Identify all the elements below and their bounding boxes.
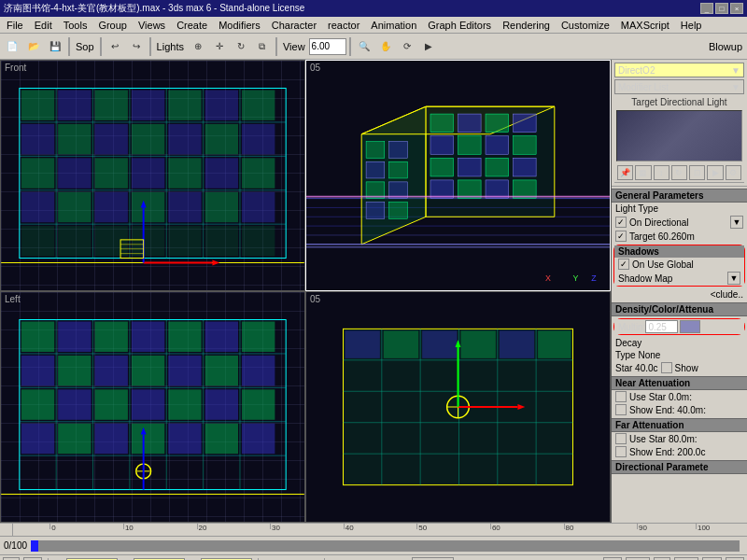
- timeline-track[interactable]: [31, 540, 740, 552]
- toolbar-scale[interactable]: ⧉: [252, 36, 273, 57]
- menu-help[interactable]: Help: [676, 20, 707, 31]
- ruler-tick: 40: [344, 524, 354, 529]
- nav-play-back[interactable]: ◀◀: [626, 557, 650, 561]
- svg-rect-17: [242, 90, 275, 119]
- nav-end[interactable]: ⏭: [726, 557, 744, 561]
- svg-rect-132: [242, 424, 275, 454]
- near-use-row: Use Star 0.0m:: [612, 390, 747, 403]
- far-show-checkbox[interactable]: [615, 446, 627, 457]
- viewports-container: Front: [0, 60, 612, 523]
- minimize-button[interactable]: _: [700, 3, 713, 14]
- toolbar-save[interactable]: 💾: [45, 36, 65, 57]
- ruler-tick: 0: [49, 524, 55, 529]
- svg-rect-152: [422, 330, 457, 358]
- menu-graph-editors[interactable]: Graph Editors: [423, 20, 496, 31]
- far-use-row: Use Star 80.0m:: [612, 432, 747, 445]
- svg-rect-37: [205, 192, 238, 222]
- svg-rect-68: [430, 136, 454, 155]
- menu-tools[interactable]: Tools: [59, 20, 92, 31]
- near-end-label: End: 40.0m:: [655, 405, 706, 415]
- multin-value[interactable]: 0.25: [645, 320, 678, 333]
- on-checkbox[interactable]: [615, 217, 627, 228]
- status-stop[interactable]: ⏹: [23, 557, 42, 561]
- start-show-row: Star 40.0c Show: [612, 361, 747, 374]
- icon-scale[interactable]: ⊡: [689, 165, 705, 180]
- nav-next[interactable]: ▶|: [702, 557, 722, 561]
- ruler-tick: 100: [696, 524, 710, 529]
- renderer-dropdown[interactable]: DirectO2 ▼: [614, 63, 744, 77]
- icon-render[interactable]: ▶: [707, 165, 723, 180]
- toolbar-pan[interactable]: ✋: [375, 36, 396, 57]
- view-input[interactable]: [309, 38, 346, 55]
- menu-modifiers[interactable]: Modifiers: [214, 20, 265, 31]
- timeline-marker[interactable]: [31, 540, 38, 552]
- multin-color[interactable]: [680, 320, 700, 333]
- svg-rect-112: [21, 356, 54, 385]
- viewport-front[interactable]: Front: [0, 60, 305, 291]
- menu-maxscript[interactable]: MAXScript: [616, 20, 674, 31]
- svg-rect-18: [21, 124, 54, 154]
- far-use-checkbox[interactable]: [615, 433, 627, 444]
- target-checkbox[interactable]: [615, 231, 627, 242]
- svg-rect-24: [242, 124, 275, 154]
- viewport-left[interactable]: Left: [0, 291, 305, 523]
- icon-rotate[interactable]: ↻: [671, 165, 687, 180]
- show-checkbox[interactable]: [661, 362, 672, 373]
- maximize-button[interactable]: □: [715, 3, 728, 14]
- shadows-on-checkbox[interactable]: [618, 259, 629, 270]
- svg-rect-69: [458, 136, 482, 155]
- shadows-on-label: On: [632, 259, 644, 270]
- toolbar-orbit[interactable]: ⟳: [397, 36, 417, 57]
- icon-move[interactable]: ↕: [654, 165, 669, 180]
- viewport-perspective-svg: X Y Z: [306, 61, 610, 290]
- toolbar-undo[interactable]: ↩: [105, 36, 125, 57]
- status-play[interactable]: ▶: [3, 557, 20, 561]
- svg-rect-111: [242, 321, 275, 351]
- window-controls[interactable]: _ □ ×: [700, 3, 743, 14]
- toolbar-redo[interactable]: ↪: [126, 36, 147, 57]
- menu-rendering[interactable]: Rendering: [498, 20, 555, 31]
- menu-edit[interactable]: Edit: [30, 20, 57, 31]
- menu-reactor[interactable]: reactor: [323, 20, 364, 31]
- toolbar-new[interactable]: 📄: [2, 36, 22, 57]
- far-use-label: Use: [629, 434, 646, 444]
- icon-pin[interactable]: 📌: [617, 165, 633, 180]
- toolbar-rotate[interactable]: ↻: [231, 36, 251, 57]
- svg-rect-21: [132, 124, 164, 154]
- far-star-label: Star 80.0m:: [649, 434, 698, 444]
- toolbar-zoom[interactable]: 🔍: [354, 36, 374, 57]
- svg-rect-110: [205, 321, 238, 351]
- menu-file[interactable]: File: [2, 20, 28, 31]
- nav-play-fwd[interactable]: ▶▶: [674, 557, 698, 561]
- near-use-checkbox[interactable]: [615, 391, 627, 402]
- icon-settings[interactable]: ⚙: [726, 165, 741, 180]
- toolbar-select[interactable]: ⊕: [188, 36, 208, 57]
- set-key-button[interactable]: Set Key: [412, 557, 454, 561]
- modifier-dropdown[interactable]: Modifier List ▼: [614, 79, 744, 94]
- icon-grid[interactable]: ▦: [635, 165, 651, 180]
- close-button[interactable]: ×: [730, 3, 743, 14]
- directional-dropdown[interactable]: ▼: [730, 216, 743, 229]
- menu-animation[interactable]: Animation: [366, 20, 421, 31]
- ruler-tick: 60: [490, 524, 500, 529]
- viewport-perspective[interactable]: 05: [305, 60, 611, 291]
- nav-prev[interactable]: |◀: [603, 557, 623, 561]
- shadow-map-dropdown[interactable]: ▼: [727, 272, 740, 285]
- menu-character[interactable]: Character: [267, 20, 321, 31]
- svg-rect-35: [132, 192, 164, 222]
- nav-play[interactable]: ▶: [654, 557, 670, 561]
- menu-create[interactable]: Create: [172, 20, 212, 31]
- toolbar-render[interactable]: ▶: [418, 36, 439, 57]
- svg-rect-16: [205, 90, 238, 119]
- menu-group[interactable]: Group: [93, 20, 132, 31]
- menu-customize[interactable]: Customize: [557, 20, 614, 31]
- svg-rect-154: [500, 330, 534, 358]
- toolbar-move[interactable]: ✛: [209, 36, 230, 57]
- object-preview: [616, 110, 742, 161]
- toolbar-open[interactable]: 📂: [23, 36, 44, 57]
- near-show-checkbox[interactable]: [615, 404, 627, 415]
- svg-rect-117: [205, 356, 238, 385]
- svg-rect-74: [486, 158, 509, 176]
- menu-views[interactable]: Views: [134, 20, 170, 31]
- viewport-top[interactable]: 05: [305, 291, 611, 523]
